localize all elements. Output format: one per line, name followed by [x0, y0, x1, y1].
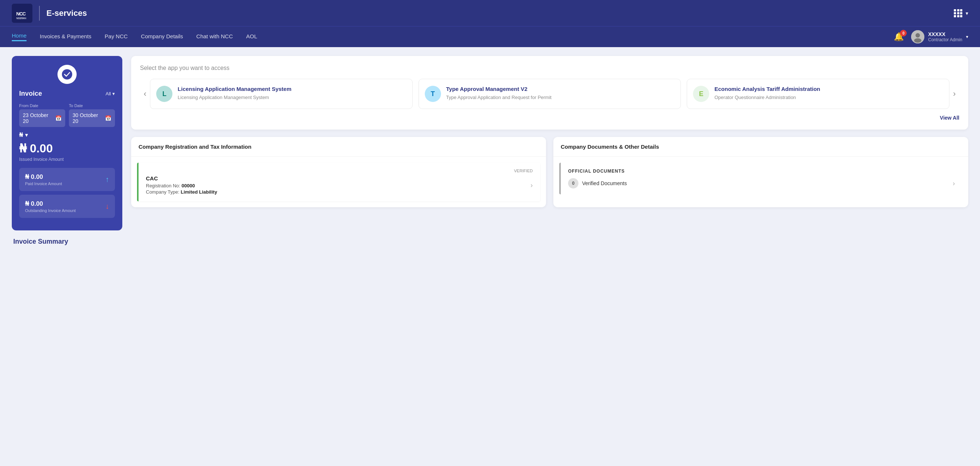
notification-button[interactable]: 🔔 0 [894, 32, 904, 41]
app-info-lams: Licensing Application Management System … [178, 86, 291, 101]
right-panel: Select the app you want to access ‹ L Li… [131, 56, 968, 246]
app-icon-l: L [156, 86, 172, 102]
app-selector-title: Select the app you want to access [140, 65, 959, 71]
issued-amount: ₦ 0.00 [19, 141, 115, 155]
app-items: L Licensing Application Management Syste… [150, 79, 949, 109]
invoice-card: Invoice All ▾ From Date 23 October 20 📅 … [12, 56, 123, 230]
invoice-summary-title: Invoice Summary [12, 238, 123, 246]
to-date-field: To Date 30 October 20 📅 [69, 103, 115, 127]
outstanding-invoice-row: ₦ 0.00 Outstanding Invoice Amount ↓ [19, 195, 115, 218]
nav-bar: Home Invoices & Payments Pay NCC Company… [0, 27, 980, 47]
app-icon-e: E [693, 86, 709, 102]
svg-text:NCC: NCC [16, 11, 26, 17]
arrow-up-icon: ↑ [105, 175, 109, 184]
app-name-tams: Type Approval Management V2 [446, 86, 552, 92]
app-desc-lams: Licensing Application Management System [178, 94, 291, 101]
cac-verified-label: VERIFIED [146, 169, 533, 173]
grid-icon [954, 9, 963, 17]
nav-pay-ncc[interactable]: Pay NCC [105, 33, 128, 41]
invoice-check [19, 65, 115, 84]
user-menu[interactable]: XXXXX Contractor Admin ▾ [911, 30, 968, 43]
logo-divider [39, 6, 40, 21]
outstanding-label: Outstanding Invoice Amount [25, 208, 76, 213]
app-icon-t: T [425, 86, 441, 102]
svg-point-4 [916, 33, 920, 38]
app-item-tams[interactable]: T Type Approval Management V2 Type Appro… [418, 79, 681, 109]
company-documents-title: Company Documents & Other Details [554, 137, 968, 157]
left-panel: Invoice All ▾ From Date 23 October 20 📅 … [12, 56, 123, 246]
to-date-input[interactable]: 30 October 20 📅 [69, 109, 115, 127]
currency-dropdown[interactable]: ₦ ▾ [19, 132, 115, 138]
app-list: ‹ L Licensing Application Management Sys… [140, 79, 959, 109]
user-role: Contractor Admin [928, 37, 963, 42]
app-item-lams[interactable]: L Licensing Application Management Syste… [150, 79, 412, 109]
from-date-field: From Date 23 October 20 📅 [19, 103, 65, 127]
app-selector-card: Select the app you want to access ‹ L Li… [131, 56, 968, 130]
cac-details: CAC Registration No: 00000 Company Type:… [146, 175, 217, 195]
cac-company-type: Company Type: Limited Liability [146, 189, 217, 195]
verified-docs-label: Verified Documents [582, 181, 627, 186]
from-date-input[interactable]: 23 October 20 📅 [19, 109, 65, 127]
app-item-eata[interactable]: E Economic Analysis Tariff Administratio… [687, 79, 949, 109]
app-name-eata: Economic Analysis Tariff Administration [714, 86, 820, 92]
cac-title: CAC [146, 175, 217, 181]
notification-badge: 0 [900, 30, 907, 36]
nav-chat[interactable]: Chat with NCC [196, 33, 233, 41]
calendar-icon-2: 📅 [105, 115, 111, 121]
app-desc-eata: Operator Questionnaire Administration [714, 94, 820, 101]
cac-registration: Registration No: 00000 [146, 183, 217, 189]
nav-invoices[interactable]: Invoices & Payments [40, 33, 91, 41]
grid-menu-button[interactable]: ▾ [954, 9, 968, 17]
paid-label: Paid Invoice Amount [25, 181, 62, 186]
cac-row: CAC Registration No: 00000 Company Type:… [146, 175, 533, 195]
doc-row: 0 Verified Documents › [568, 178, 955, 189]
ncc-logo: NCC NIGERIAN [12, 4, 32, 23]
svg-point-6 [62, 69, 72, 79]
nav-company-details[interactable]: Company Details [141, 33, 183, 41]
verified-docs-count: 0 [568, 178, 578, 189]
to-date-label: To Date [69, 103, 115, 108]
nav-right: 🔔 0 XXXXX Contractor Admin ▾ [894, 30, 968, 43]
cac-item: VERIFIED CAC Registration No: 00000 Comp… [137, 163, 540, 201]
bottom-cards: Company Registration and Tax Information… [131, 137, 968, 207]
from-date-label: From Date [19, 103, 65, 108]
check-circle-icon [57, 65, 76, 84]
app-name-lams: Licensing Application Management System [178, 86, 291, 92]
company-documents-card: Company Documents & Other Details OFFICI… [554, 137, 968, 207]
company-registration-body: VERIFIED CAC Registration No: 00000 Comp… [131, 163, 546, 201]
avatar [911, 30, 924, 43]
nav-aol[interactable]: AOL [246, 33, 257, 41]
nav-links: Home Invoices & Payments Pay NCC Company… [12, 32, 257, 41]
app-next-button[interactable]: › [950, 89, 959, 99]
app-info-tams: Type Approval Management V2 Type Approva… [446, 86, 552, 101]
chevron-down-icon: ▾ [966, 34, 968, 40]
main-content: Invoice All ▾ From Date 23 October 20 📅 … [0, 47, 980, 254]
company-documents-body: OFFICIAL DOCUMENTS 0 Verified Documents … [554, 163, 968, 194]
official-docs-section: OFFICIAL DOCUMENTS 0 Verified Documents … [559, 163, 963, 194]
docs-chevron-right[interactable]: › [953, 180, 955, 187]
svg-point-5 [914, 38, 921, 43]
app-title: E-services [46, 8, 87, 18]
outstanding-amount: ₦ 0.00 [25, 200, 76, 208]
invoice-header: Invoice All ▾ [19, 90, 115, 98]
calendar-icon: 📅 [55, 115, 62, 121]
header-left: NCC NIGERIAN E-services [12, 4, 87, 23]
nav-home[interactable]: Home [12, 32, 27, 41]
date-row: From Date 23 October 20 📅 To Date 30 Oct… [19, 103, 115, 127]
company-registration-card: Company Registration and Tax Information… [131, 137, 546, 207]
paid-invoice-row: ₦ 0.00 Paid Invoice Amount ↑ [19, 168, 115, 191]
naira-icon: ₦ [19, 132, 23, 138]
view-all-row: View All [140, 115, 959, 121]
cac-chevron-right[interactable]: › [531, 181, 533, 189]
app-desc-tams: Type Approval Application and Request fo… [446, 94, 552, 101]
user-name: XXXXX [928, 31, 963, 37]
doc-left: 0 Verified Documents [568, 178, 627, 189]
all-dropdown[interactable]: All ▾ [106, 91, 115, 97]
issued-label: Issued Invoice Amount [19, 157, 115, 162]
view-all-button[interactable]: View All [940, 115, 959, 121]
paid-amount: ₦ 0.00 [25, 173, 62, 181]
app-info-eata: Economic Analysis Tariff Administration … [714, 86, 820, 101]
app-prev-button[interactable]: ‹ [140, 89, 150, 99]
company-registration-title: Company Registration and Tax Information [131, 137, 546, 157]
arrow-down-icon: ↓ [105, 202, 109, 211]
